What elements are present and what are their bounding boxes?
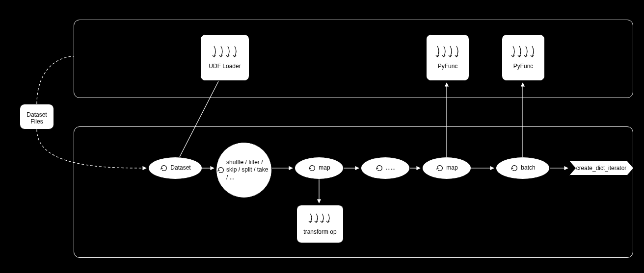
create-dict-iterator-shape: create_dict_iterator xyxy=(569,161,633,175)
pyfunc2-label: PyFunc xyxy=(513,63,534,70)
arrows-icon xyxy=(434,45,461,60)
batch-label: batch xyxy=(521,165,535,172)
udf-loader-card: UDF Loader xyxy=(200,34,249,81)
iterator-label: create_dict_iterator xyxy=(576,165,627,172)
cycle-icon xyxy=(216,166,225,174)
ops-circle-label: shuffle / filter / skip / split / take /… xyxy=(226,159,271,182)
transform-op-card: transform op xyxy=(296,205,344,243)
cycle-icon xyxy=(160,164,168,173)
transform-op-label: transform op xyxy=(303,228,336,235)
cycle-icon xyxy=(308,164,317,173)
pyfunc2-card: PyFunc xyxy=(502,34,545,81)
cycle-icon xyxy=(375,164,384,173)
map1-ellipse: map xyxy=(295,157,344,179)
udf-loader-label: UDF Loader xyxy=(209,63,241,70)
ellipsis-label: ...... xyxy=(386,165,396,172)
dataset-ellipse-label: Dataset xyxy=(170,165,190,172)
cycle-icon xyxy=(435,164,444,173)
arrows-icon xyxy=(210,45,240,60)
batch-ellipse: batch xyxy=(496,157,550,179)
pyfunc1-card: PyFunc xyxy=(426,34,469,81)
map2-ellipse: map xyxy=(422,157,471,179)
dataset-ellipse: Dataset xyxy=(148,157,202,179)
arrows-icon xyxy=(307,213,333,225)
cycle-icon xyxy=(510,164,519,173)
ops-circle: shuffle / filter / skip / split / take /… xyxy=(216,142,272,198)
map1-label: map xyxy=(319,165,330,172)
dataset-files-card: Dataset Files xyxy=(20,104,54,129)
pyfunc1-label: PyFunc xyxy=(438,63,458,70)
bottom-container xyxy=(74,126,633,258)
top-container xyxy=(74,20,633,98)
arrows-icon xyxy=(510,45,537,60)
map2-label: map xyxy=(446,165,457,172)
dataset-files-label: Dataset Files xyxy=(27,111,47,125)
ellipsis-ellipse: ...... xyxy=(361,157,410,179)
